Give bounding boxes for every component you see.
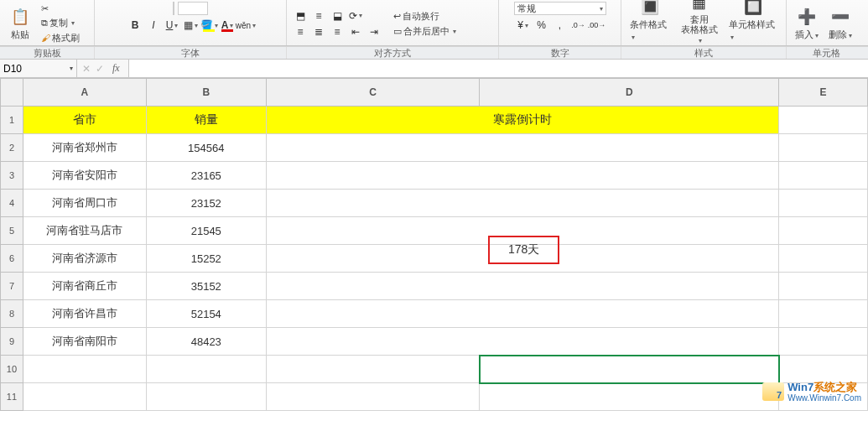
row-header[interactable]: 9 — [1, 328, 23, 356]
cut-button[interactable]: ✂ — [39, 3, 82, 15]
col-header-B[interactable]: B — [146, 79, 266, 107]
paste-button[interactable]: 📋 粘贴 — [5, 7, 35, 41]
delete-button[interactable]: ➖ 删除▾ — [825, 7, 855, 41]
cell[interactable] — [480, 300, 779, 328]
dec-decimal-button[interactable]: .00→ — [589, 18, 606, 33]
cell[interactable] — [266, 356, 480, 383]
cell[interactable]: 48423 — [146, 328, 266, 356]
wrap-text-button[interactable]: ↩自动换行 — [391, 9, 459, 23]
row-header[interactable]: 11 — [1, 383, 23, 411]
grid[interactable]: A B C D E 1 省市 销量 寒露倒计时 2河南省郑州市154564 3河… — [0, 78, 868, 411]
formula-input[interactable] — [129, 60, 868, 77]
row-header[interactable]: 2 — [1, 134, 23, 162]
percent-button[interactable]: % — [533, 18, 550, 33]
col-header-A[interactable]: A — [23, 79, 146, 107]
cell[interactable] — [266, 217, 480, 245]
cell[interactable] — [23, 383, 146, 411]
cell[interactable] — [779, 134, 868, 162]
cell[interactable]: 河南省济源市 — [23, 245, 146, 273]
cell[interactable] — [779, 245, 868, 273]
cell[interactable] — [480, 273, 779, 300]
inc-decimal-button[interactable]: .0→ — [570, 18, 587, 33]
header-province[interactable]: 省市 — [23, 107, 146, 134]
font-color-button[interactable]: A▾ — [219, 18, 236, 33]
name-box[interactable]: ▾ — [0, 60, 77, 77]
cell[interactable]: 河南省南阳市 — [23, 328, 146, 356]
align-bottom-button[interactable]: ⬓ — [329, 8, 346, 23]
cancel-formula-icon[interactable]: ✕ — [82, 63, 91, 75]
cell[interactable] — [23, 356, 146, 383]
format-painter-button[interactable]: 🖌格式刷 — [39, 31, 82, 45]
font-family-select[interactable] — [173, 2, 174, 15]
merge-center-button[interactable]: ▭合并后居中▾ — [391, 24, 459, 39]
cell[interactable]: 河南省周口市 — [23, 190, 146, 217]
cell[interactable]: 河南省安阳市 — [23, 162, 146, 190]
table-format-button[interactable]: ▦ 套用表格格式▾ — [676, 0, 722, 45]
cell[interactable] — [779, 162, 868, 190]
row-header[interactable]: 6 — [1, 245, 23, 273]
underline-button[interactable]: U▾ — [164, 18, 180, 33]
indent-inc-button[interactable]: ⇥ — [366, 24, 382, 39]
cell[interactable]: 河南省驻马店市 — [23, 217, 146, 245]
header-sales[interactable]: 销量 — [146, 107, 266, 134]
row-header[interactable]: 7 — [1, 273, 23, 300]
cell[interactable] — [779, 356, 868, 383]
cell[interactable] — [779, 328, 868, 356]
row-header[interactable]: 3 — [1, 162, 23, 190]
cell[interactable] — [480, 383, 779, 411]
cell[interactable]: 河南省许昌市 — [23, 300, 146, 328]
cell[interactable] — [779, 383, 868, 411]
fx-icon[interactable]: fx — [109, 62, 123, 75]
row-header[interactable]: 10 — [1, 356, 23, 383]
cell[interactable]: 23165 — [146, 162, 266, 190]
align-top-button[interactable]: ⬒ — [292, 8, 309, 23]
row-header[interactable]: 1 — [1, 107, 23, 134]
border-button[interactable]: ▦▾ — [182, 18, 199, 33]
cell[interactable] — [146, 356, 266, 383]
name-box-input[interactable] — [3, 63, 54, 75]
cell[interactable] — [266, 383, 480, 411]
conditional-format-button[interactable]: 🔳 条件格式▾ — [626, 0, 673, 41]
indent-dec-button[interactable]: ⇤ — [347, 24, 364, 39]
cell[interactable] — [480, 328, 779, 356]
chevron-down-icon[interactable]: ▾ — [70, 65, 73, 72]
row-header[interactable]: 4 — [1, 190, 23, 217]
cell[interactable]: 154564 — [146, 134, 266, 162]
align-left-button[interactable]: ≡ — [292, 24, 309, 39]
comma-button[interactable]: , — [552, 18, 569, 33]
cell[interactable] — [266, 273, 480, 300]
cell[interactable]: 35152 — [146, 273, 266, 300]
col-header-C[interactable]: C — [266, 79, 480, 107]
cell[interactable] — [480, 134, 779, 162]
cell[interactable] — [266, 162, 480, 190]
orientation-button[interactable]: ⟳▾ — [347, 8, 364, 23]
cell[interactable]: 河南省商丘市 — [23, 273, 146, 300]
cell[interactable] — [266, 328, 480, 356]
cell[interactable]: 河南省郑州市 — [23, 134, 146, 162]
cell[interactable] — [266, 300, 480, 328]
cell[interactable] — [779, 190, 868, 217]
insert-button[interactable]: ➕ 插入▾ — [792, 7, 822, 41]
align-center-button[interactable]: ≣ — [310, 24, 327, 39]
accept-formula-icon[interactable]: ✓ — [96, 63, 104, 75]
number-format-select[interactable]: 常规▾ — [514, 2, 606, 15]
cell[interactable] — [779, 107, 868, 134]
cell[interactable]: 52154 — [146, 300, 266, 328]
cell[interactable] — [779, 273, 868, 300]
col-header-D[interactable]: D — [480, 79, 779, 107]
cell[interactable] — [146, 383, 266, 411]
cell[interactable]: 23152 — [146, 190, 266, 217]
cell[interactable] — [266, 190, 480, 217]
worksheet[interactable]: A B C D E 1 省市 销量 寒露倒计时 2河南省郑州市154564 3河… — [0, 78, 868, 411]
cell[interactable] — [779, 300, 868, 328]
align-right-button[interactable]: ≡ — [329, 24, 346, 39]
fill-color-button[interactable]: 🪣▾ — [200, 18, 217, 33]
cell[interactable]: 21545 — [146, 217, 266, 245]
phonetic-button[interactable]: wěn▾ — [237, 18, 254, 33]
currency-button[interactable]: ¥▾ — [515, 18, 532, 33]
select-all-corner[interactable] — [1, 79, 23, 107]
cell[interactable] — [480, 190, 779, 217]
cell[interactable]: 15252 — [146, 245, 266, 273]
header-countdown[interactable]: 寒露倒计时 — [266, 107, 778, 134]
italic-button[interactable]: I — [145, 18, 162, 33]
